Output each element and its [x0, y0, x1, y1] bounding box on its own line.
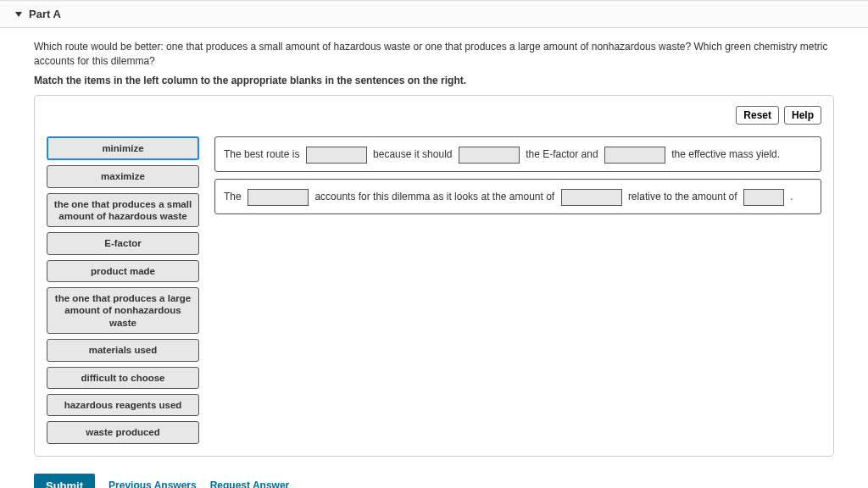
token-list: minimize maximize the one that produces …: [47, 136, 199, 444]
token-item[interactable]: the one that produces a large amount of …: [47, 287, 199, 334]
drop-blank[interactable]: [561, 189, 622, 206]
sentence-2: The accounts for this dilemma as it look…: [214, 179, 821, 214]
sentence-text: the E-factor and: [526, 148, 598, 160]
part-title: Part A: [29, 8, 61, 20]
caret-down-icon: [15, 12, 22, 17]
submit-button[interactable]: Submit: [34, 474, 95, 488]
token-item[interactable]: the one that produces a small amount of …: [47, 193, 199, 228]
drop-blank[interactable]: [248, 189, 309, 206]
token-item[interactable]: product made: [47, 260, 199, 282]
token-item[interactable]: waste produced: [47, 421, 199, 443]
sentence-text: because it should: [373, 148, 452, 160]
drop-blank[interactable]: [743, 189, 784, 206]
work-area: minimize maximize the one that produces …: [47, 136, 821, 444]
sentence-text: The: [224, 191, 242, 202]
token-item[interactable]: maximize: [47, 165, 199, 187]
reset-button[interactable]: Reset: [736, 106, 779, 125]
drop-blank[interactable]: [306, 147, 367, 164]
drop-blank[interactable]: [459, 147, 520, 164]
sentence-text: .: [790, 191, 793, 202]
token-item[interactable]: difficult to choose: [47, 367, 199, 389]
sentence-list: The best route is because it should the …: [214, 136, 821, 214]
token-item[interactable]: minimize: [47, 136, 199, 160]
part-header[interactable]: Part A: [0, 0, 868, 28]
sentence-text: accounts for this dilemma as it looks at…: [314, 191, 554, 202]
sentence-1: The best route is because it should the …: [214, 136, 821, 172]
sentence-text: The best route is: [224, 148, 299, 160]
previous-answers-link[interactable]: Previous Answers: [108, 480, 197, 488]
token-item[interactable]: materials used: [47, 339, 199, 361]
question-text: Which route would be better: one that pr…: [34, 40, 834, 69]
footer-actions: Submit Previous Answers Request Answer: [0, 465, 868, 488]
token-item[interactable]: E-factor: [47, 232, 199, 254]
token-item[interactable]: hazardous reagents used: [47, 394, 199, 416]
content-area: Which route would be better: one that pr…: [0, 28, 868, 465]
panel-actions: Reset Help: [47, 106, 821, 125]
instructions-text: Match the items in the left column to th…: [34, 75, 834, 86]
help-button[interactable]: Help: [784, 106, 821, 125]
sentence-text: relative to the amount of: [628, 191, 737, 202]
drop-blank[interactable]: [604, 147, 665, 164]
matching-panel: Reset Help minimize maximize the one tha…: [34, 95, 834, 457]
request-answer-link[interactable]: Request Answer: [210, 480, 290, 488]
sentence-text: the effective mass yield.: [671, 148, 780, 160]
